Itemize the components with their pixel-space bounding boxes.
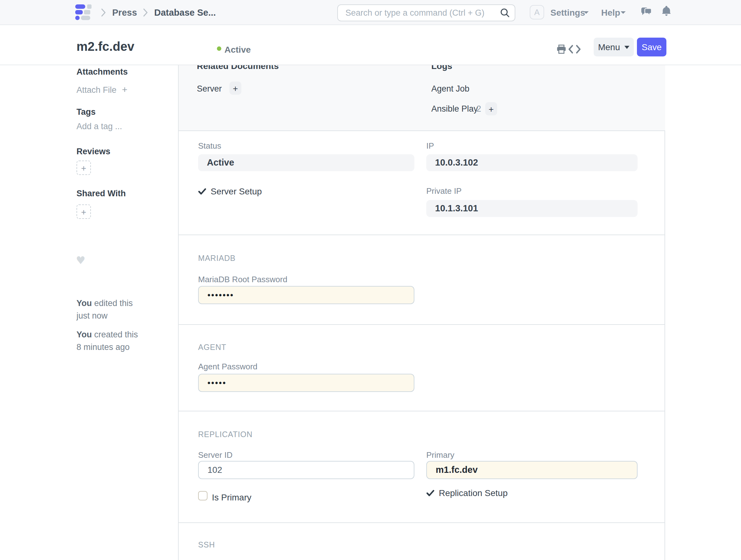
check-icon [198,188,206,195]
next-document-icon[interactable] [576,45,581,54]
edited-what: edited this [94,299,133,308]
prev-document-icon[interactable] [568,45,574,54]
form-body: Related Documents Server + Logs Agent Jo… [179,65,665,560]
breadcrumb-database-server[interactable]: Database Se... [154,0,216,25]
logo-block [84,10,90,14]
server-link[interactable]: Server [197,84,222,94]
save-button[interactable]: Save [637,38,666,56]
help-label: Help [601,7,620,17]
created-who: You [76,330,92,339]
ip-field-label: IP [426,141,434,150]
replication-setup-check: Replication Setup [426,488,508,498]
agent-job-link[interactable]: Agent Job [431,84,470,94]
heart-glyph: ♥ [76,254,85,266]
edited-timeline-entry: You edited this just now [76,297,171,322]
edited-when: just now [76,310,171,322]
save-button-label: Save [642,42,662,52]
add-share-button[interactable]: + [76,204,91,219]
notifications-bell-icon[interactable] [662,6,671,16]
private-ip-field-label: Private IP [426,186,462,196]
help-caret-icon [621,11,626,14]
created-what: created this [94,330,138,339]
mariadb-section: MARIADB MariaDB Root Password ••••••• [179,235,665,325]
replication-setup-label: Replication Setup [439,488,508,498]
replication-section-title: REPLICATION [198,430,253,439]
plus-icon: + [81,207,86,217]
agent-section-title: AGENT [198,343,226,352]
check-icon [426,489,434,496]
is-primary-checkbox[interactable] [198,491,207,500]
page-title: m2.fc.dev [76,38,134,55]
agent-section: AGENT Agent Password ••••• [179,325,665,412]
plus-icon: + [81,163,86,173]
app-window: Press Database Se... A Settings Help m2.… [0,0,741,560]
status-field-label: Status [198,141,221,150]
status-field-value: Active [198,154,414,171]
server-id-input[interactable]: 102 [198,461,414,479]
logo-block [87,4,91,9]
logo-block [75,10,82,14]
chat-icon[interactable] [641,7,652,17]
search-icon [500,8,510,17]
add-review-button[interactable]: + [76,161,91,175]
ssh-section: SSH [179,523,665,560]
settings-label: Settings [550,7,585,17]
navbar: Press Database Se... A Settings Help [0,0,741,25]
shared-with-title: Shared With [76,189,126,198]
logo-block [75,16,80,20]
ansible-play-count: 2 [476,104,481,114]
status-section: Status Active IP 10.0.3.102 Server Setup… [179,131,665,235]
form-sidebar: Attachments Attach File + Tags Add a tag… [0,65,179,560]
menu-caret-icon [624,46,629,49]
agent-password-input[interactable]: ••••• [198,374,414,392]
page-header: m2.fc.dev Active Menu Save [0,25,741,65]
global-search [337,4,515,21]
tags-title: Tags [76,107,95,117]
settings-menu[interactable]: Settings [550,0,585,25]
breadcrumb-chevron-icon [101,8,106,17]
app-logo[interactable] [75,4,91,21]
ansible-play-link[interactable]: Ansible Play [431,104,478,114]
server-setup-check: Server Setup [198,186,262,196]
edited-who: You [76,299,92,308]
is-primary-field: Is Primary [212,492,251,502]
primary-label: Primary [426,450,455,460]
mariadb-root-password-label: MariaDB Root Password [198,275,287,284]
help-menu[interactable]: Help [601,0,620,25]
is-primary-label: Is Primary [212,492,251,502]
status-indicator-label: Active [224,45,251,55]
avatar-letter: A [534,7,539,17]
server-setup-label: Server Setup [211,186,262,196]
primary-input[interactable]: m1.fc.dev [426,461,637,479]
menu-button-label: Menu [598,42,620,52]
attach-file-button[interactable]: Attach File + [76,84,128,95]
plus-icon: + [233,83,238,93]
print-icon[interactable] [557,45,566,54]
logo-block [75,4,85,9]
agent-password-label: Agent Password [198,362,257,371]
ip-field-value: 10.0.3.102 [426,154,637,171]
mariadb-section-title: MARIADB [198,254,236,263]
like-heart-icon[interactable]: ♥ [76,255,85,266]
reviews-title: Reviews [76,147,110,156]
status-indicator-dot [217,46,221,51]
add-ansible-play-button[interactable]: + [485,102,497,115]
menu-button[interactable]: Menu [594,38,634,56]
settings-caret-icon [584,11,589,14]
mariadb-root-password-input[interactable]: ••••••• [198,286,414,304]
search-input[interactable] [337,4,515,21]
server-id-label: Server ID [198,450,232,460]
breadcrumb-chevron-icon [143,8,148,17]
private-ip-field-value: 10.1.3.101 [426,200,637,217]
replication-section: REPLICATION Server ID 102 Primary m1.fc.… [179,412,665,523]
attach-file-label: Attach File [76,85,117,95]
avatar[interactable]: A [530,5,544,19]
plus-icon: + [489,104,494,114]
created-when: 8 minutes ago [76,341,171,354]
ssh-section-title: SSH [198,541,215,549]
breadcrumb-press[interactable]: Press [112,0,137,25]
add-tag-input[interactable]: Add a tag ... [76,122,122,131]
created-timeline-entry: You created this 8 minutes ago [76,329,171,354]
attachments-title: Attachments [76,67,128,76]
add-server-button[interactable]: + [229,81,241,95]
